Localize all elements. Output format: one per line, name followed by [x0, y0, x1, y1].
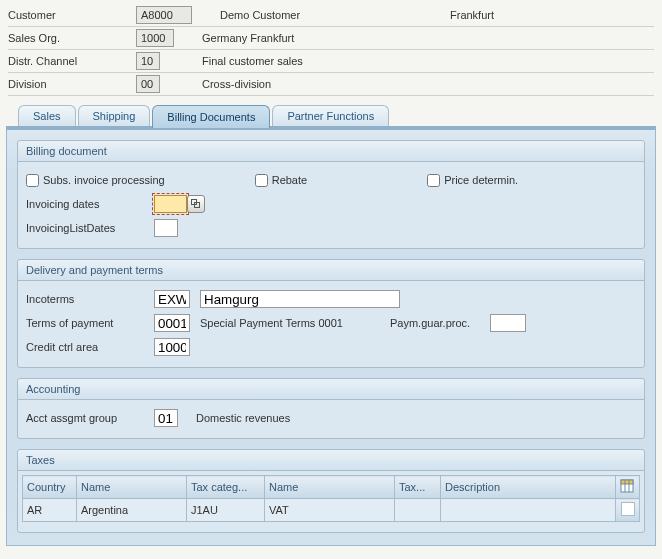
- table-settings-icon: [620, 479, 634, 493]
- customer-city-text: Frankfurt: [450, 9, 494, 21]
- taxes-col-tax[interactable]: Tax...: [395, 476, 441, 499]
- sales-org-label: Sales Org.: [8, 32, 136, 44]
- tab-partner-functions[interactable]: Partner Functions: [272, 105, 389, 126]
- delivery-payment-title: Delivery and payment terms: [18, 260, 644, 281]
- taxes-config-button[interactable]: [616, 476, 640, 499]
- tab-sales[interactable]: Sales: [18, 105, 76, 126]
- distr-channel-label: Distr. Channel: [8, 55, 136, 67]
- taxes-table: Country Name Tax categ... Name Tax... De…: [22, 475, 640, 522]
- svg-rect-3: [621, 480, 633, 484]
- payguar-label: Paym.guar.proc.: [390, 317, 490, 329]
- terms-of-payment-input[interactable]: [154, 314, 190, 332]
- division-text: Cross-division: [202, 78, 271, 90]
- price-determin-checkbox[interactable]: Price determin.: [427, 174, 518, 187]
- acct-assgmt-group-input[interactable]: [154, 409, 178, 427]
- taxes-col-desc[interactable]: Description: [441, 476, 616, 499]
- taxes-row[interactable]: AR Argentina J1AU VAT: [23, 499, 640, 522]
- billing-document-title: Billing document: [18, 141, 644, 162]
- sales-org-text: Germany Frankfurt: [202, 32, 294, 44]
- delivery-payment-group: Delivery and payment terms Incoterms Ter…: [17, 259, 645, 368]
- taxes-cell-taxcat[interactable]: J1AU: [187, 499, 265, 522]
- tab-shipping[interactable]: Shipping: [78, 105, 151, 126]
- invoicing-list-dates-input[interactable]: [154, 219, 178, 237]
- incoterms-code-input[interactable]: [154, 290, 190, 308]
- customer-label: Customer: [8, 9, 136, 21]
- tabstrip: Sales Shipping Billing Documents Partner…: [6, 104, 656, 128]
- invoicing-dates-label: Invoicing dates: [26, 198, 154, 210]
- taxes-title: Taxes: [18, 450, 644, 471]
- taxes-col-taxcat[interactable]: Tax categ...: [187, 476, 265, 499]
- billing-document-group: Billing document Subs. invoice processin…: [17, 140, 645, 249]
- rebate-input[interactable]: [255, 174, 268, 187]
- credit-ctrl-area-label: Credit ctrl area: [26, 341, 154, 353]
- invoicing-dates-input[interactable]: [154, 195, 187, 213]
- header-area: Customer A8000 Demo Customer Frankfurt S…: [0, 0, 662, 104]
- taxes-cell-country[interactable]: AR: [23, 499, 77, 522]
- distr-channel-field[interactable]: 10: [136, 52, 160, 70]
- sales-org-field[interactable]: 1000: [136, 29, 174, 47]
- distr-channel-text: Final customer sales: [202, 55, 303, 67]
- taxes-col-country[interactable]: Country: [23, 476, 77, 499]
- incoterms-label: Incoterms: [26, 293, 154, 305]
- division-field[interactable]: 00: [136, 75, 160, 93]
- payguar-input[interactable]: [490, 314, 526, 332]
- taxes-col-name[interactable]: Name: [77, 476, 187, 499]
- subs-invoice-input[interactable]: [26, 174, 39, 187]
- taxes-cell-name2[interactable]: VAT: [265, 499, 395, 522]
- invoicing-list-dates-label: InvoicingListDates: [26, 222, 154, 234]
- terms-of-payment-label: Terms of payment: [26, 317, 154, 329]
- taxes-col-name2[interactable]: Name: [265, 476, 395, 499]
- customer-field[interactable]: A8000: [136, 6, 192, 24]
- credit-ctrl-area-input[interactable]: [154, 338, 190, 356]
- tab-billing-documents[interactable]: Billing Documents: [152, 105, 270, 128]
- price-determin-label: Price determin.: [444, 174, 518, 186]
- incoterms-text-input[interactable]: [200, 290, 400, 308]
- row-selector-icon[interactable]: [621, 502, 635, 516]
- acct-assgmt-group-label: Acct assgmt group: [26, 412, 154, 424]
- accounting-title: Accounting: [18, 379, 644, 400]
- subs-invoice-label: Subs. invoice processing: [43, 174, 165, 186]
- customer-name-text: Demo Customer: [220, 9, 450, 21]
- acct-assgmt-group-text: Domestic revenues: [196, 412, 290, 424]
- division-label: Division: [8, 78, 136, 90]
- taxes-group: Taxes Country Name Tax categ... Name Tax…: [17, 449, 645, 533]
- taxes-cell-tax[interactable]: [395, 499, 441, 522]
- accounting-group: Accounting Acct assgmt group Domestic re…: [17, 378, 645, 439]
- rebate-label: Rebate: [272, 174, 307, 186]
- taxes-cell-name[interactable]: Argentina: [77, 499, 187, 522]
- terms-of-payment-text: Special Payment Terms 0001: [200, 317, 390, 329]
- invoicing-dates-f4-button[interactable]: [187, 195, 205, 213]
- billing-documents-panel: Billing document Subs. invoice processin…: [6, 128, 656, 546]
- subs-invoice-checkbox[interactable]: Subs. invoice processing: [26, 174, 165, 187]
- rebate-checkbox[interactable]: Rebate: [255, 174, 307, 187]
- f4-help-icon: [191, 199, 201, 209]
- price-determin-input[interactable]: [427, 174, 440, 187]
- taxes-cell-desc[interactable]: [441, 499, 616, 522]
- taxes-row-end: [616, 499, 640, 522]
